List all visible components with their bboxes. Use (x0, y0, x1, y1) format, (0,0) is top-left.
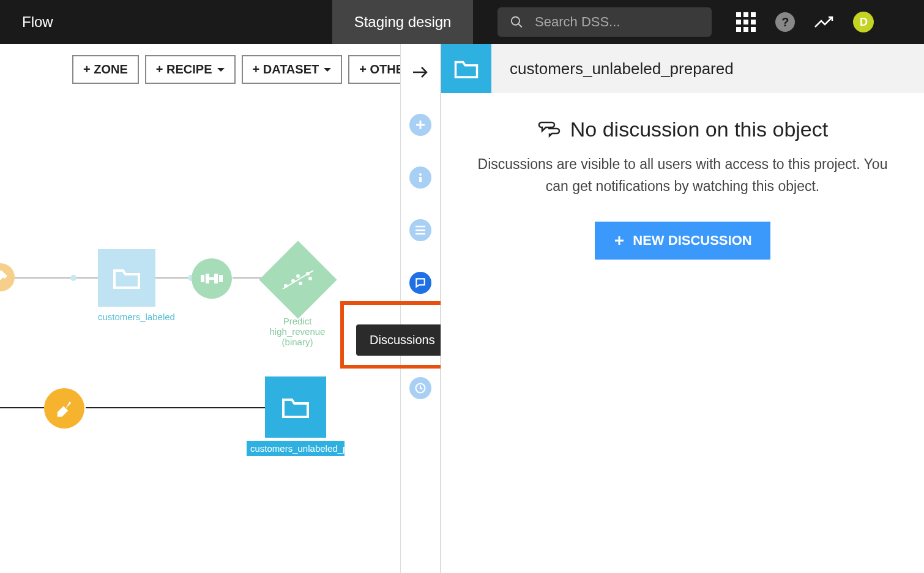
recipe-prepare[interactable] (44, 388, 84, 429)
recipe-train[interactable] (192, 258, 232, 299)
recipe-prepare-faded[interactable] (0, 263, 15, 291)
panel-heading: No discussion on this object (460, 118, 906, 141)
panel-heading-text: No discussion on this object (570, 118, 828, 141)
folder-icon (112, 266, 141, 290)
svg-point-0 (512, 17, 520, 25)
svg-rect-11 (209, 277, 214, 280)
broom-icon (55, 399, 73, 418)
svg-rect-12 (214, 274, 218, 283)
rail-info-button[interactable] (409, 167, 431, 189)
top-bar: Flow Staging design ? D (0, 0, 924, 44)
rail-history-button[interactable] (409, 377, 431, 399)
folder-icon (453, 58, 479, 80)
svg-line-1 (519, 24, 523, 28)
avatar[interactable]: D (850, 9, 877, 36)
help-button[interactable]: ? (772, 9, 799, 36)
svg-point-17 (299, 282, 302, 285)
svg-rect-9 (201, 275, 204, 282)
apps-grid-icon (736, 12, 756, 32)
right-panel: customers_unlabeled_prepared No discussi… (441, 44, 924, 573)
help-icon: ? (775, 12, 795, 32)
search-icon (510, 14, 524, 30)
svg-point-19 (306, 272, 310, 275)
scatter-icon (280, 268, 316, 292)
chat-bubbles-icon (537, 119, 562, 141)
rail-schema-button[interactable] (409, 219, 431, 241)
activity-button[interactable] (811, 9, 838, 36)
search-input[interactable] (535, 14, 699, 30)
panel-header: customers_unlabeled_prepared (441, 44, 924, 93)
model-predict-high-revenue[interactable]: Predict high_revenue (binary) (270, 252, 340, 347)
svg-rect-13 (219, 275, 223, 282)
info-icon (415, 172, 426, 183)
collapse-panel-button[interactable] (412, 62, 429, 83)
panel-description: Discussions are visible to all users wit… (460, 154, 906, 197)
tab-staging-design[interactable]: Staging design (332, 0, 474, 44)
apps-button[interactable] (732, 9, 759, 36)
arrow-right-icon (412, 66, 429, 79)
rail-discussions-button[interactable] (409, 272, 431, 294)
svg-point-24 (419, 173, 422, 176)
tab-flow[interactable]: Flow (0, 0, 75, 44)
svg-rect-10 (206, 274, 209, 283)
plus-icon (613, 234, 625, 247)
clock-icon (414, 382, 427, 394)
node-label: Predict high_revenue (binary) (255, 316, 340, 347)
dataset-customers-labeled[interactable]: customers_labeled (98, 249, 175, 322)
svg-point-16 (291, 279, 295, 283)
svg-point-20 (308, 277, 312, 280)
node-label: customers_labeled (98, 312, 175, 322)
svg-point-5 (70, 275, 76, 281)
dataset-icon-tile (441, 44, 491, 93)
rail-add-button[interactable] (409, 114, 431, 136)
folder-icon (281, 395, 310, 419)
list-icon (414, 225, 427, 235)
chat-icon (414, 277, 427, 289)
new-discussion-label: NEW DISCUSSION (633, 233, 751, 249)
panel-body: No discussion on this object Discussions… (441, 93, 924, 284)
trend-icon (814, 15, 835, 29)
panel-title: customers_unlabeled_prepared (491, 59, 734, 78)
plus-icon (415, 119, 426, 130)
dumbbell-icon (201, 272, 223, 285)
search-box[interactable] (497, 7, 712, 37)
node-label: customers_unlabeled_prepared (247, 441, 345, 456)
dataset-customers-unlabeled-prepared[interactable]: customers_unlabeled_prepared (267, 378, 345, 456)
new-discussion-button[interactable]: NEW DISCUSSION (595, 222, 770, 260)
svg-rect-25 (419, 177, 422, 182)
avatar-initial: D (853, 12, 874, 32)
svg-point-18 (296, 274, 300, 278)
broom-icon (0, 269, 9, 285)
svg-point-15 (284, 284, 288, 288)
